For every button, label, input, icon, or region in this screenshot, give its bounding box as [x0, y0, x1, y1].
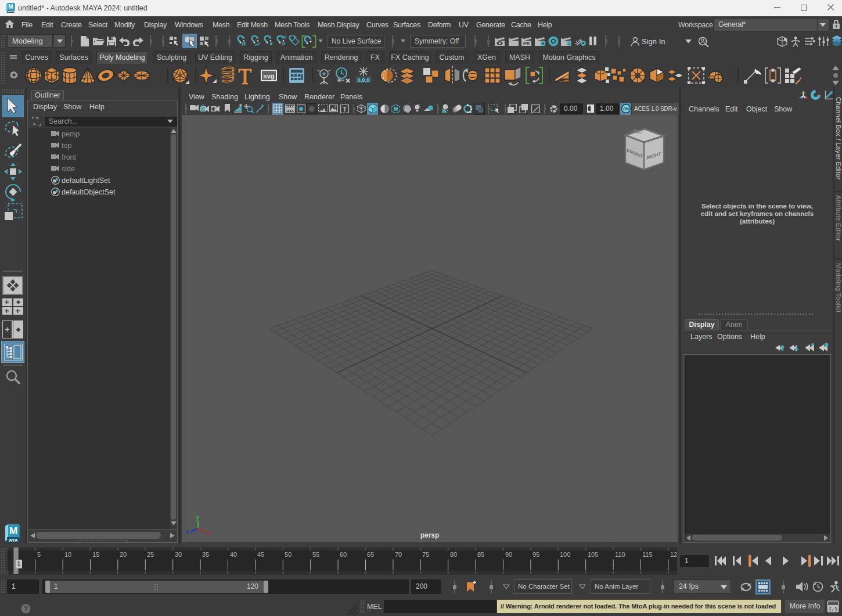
svg-text:?: ? — [24, 605, 28, 613]
svg-text:IPR: IPR — [523, 41, 530, 45]
svg-text:{;}: {;} — [829, 606, 837, 611]
svg-text:y: y — [196, 514, 200, 521]
svg-text:M: M — [8, 3, 13, 10]
svg-text:MAYA: MAYA — [8, 10, 15, 13]
svg-text:svg: svg — [264, 73, 275, 80]
svg-text:AYA: AYA — [9, 538, 18, 543]
svg-text:M: M — [9, 525, 17, 536]
svg-text:0,0,0: 0,0,0 — [357, 77, 369, 83]
svg-text:T: T — [343, 106, 347, 113]
svg-text:ON: ON — [623, 107, 629, 111]
